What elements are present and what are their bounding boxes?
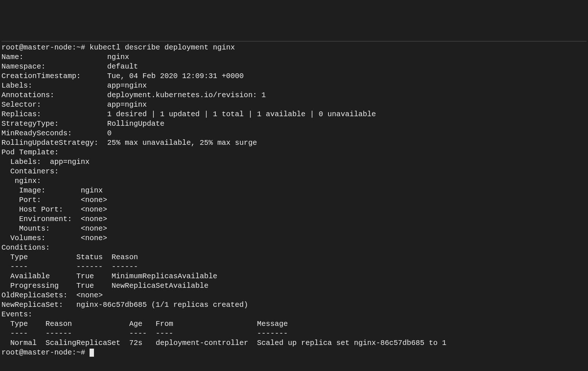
events-dashes: ---- ------ ---- ---- ------- xyxy=(1,329,587,338)
event-row: Normal ScalingReplicaSet 72s deployment-… xyxy=(1,338,587,348)
prompt-text: root@master-node:~# xyxy=(1,348,90,357)
container-mounts: Mounts: <none> xyxy=(1,224,587,234)
field-rolling: RollingUpdateStrategy: 25% max unavailab… xyxy=(1,138,587,148)
pod-template-header: Pod Template: xyxy=(1,148,587,157)
old-replicasets: OldReplicaSets: <none> xyxy=(1,291,587,300)
field-creation: CreationTimestamp: Tue, 04 Feb 2020 12:0… xyxy=(1,71,587,81)
condition-available: Available True MinimumReplicasAvailable xyxy=(1,272,587,281)
field-strategy: StrategyType: RollingUpdate xyxy=(1,119,587,129)
volumes: Volumes: <none> xyxy=(1,234,587,243)
conditions-dashes: ---- ------ ------ xyxy=(1,262,587,272)
container-hostport: Host Port: <none> xyxy=(1,205,587,214)
pod-template-labels: Labels: app=nginx xyxy=(1,157,587,167)
field-replicas: Replicas: 1 desired | 1 updated | 1 tota… xyxy=(1,110,587,119)
events-columns: Type Reason Age From Message xyxy=(1,319,587,329)
cursor xyxy=(90,349,94,357)
field-minready: MinReadySeconds: 0 xyxy=(1,129,587,138)
container-env: Environment: <none> xyxy=(1,214,587,224)
conditions-columns: Type Status Reason xyxy=(1,253,587,262)
field-namespace: Namespace: default xyxy=(1,62,587,71)
condition-progressing: Progressing True NewReplicaSetAvailable xyxy=(1,281,587,291)
terminal-output[interactable]: root@master-node:~# kubectl describe dep… xyxy=(1,41,587,357)
field-labels: Labels: app=nginx xyxy=(1,81,587,91)
events-header: Events: xyxy=(1,310,587,319)
command-line: root@master-node:~# kubectl describe dep… xyxy=(1,43,587,52)
field-name: Name: nginx xyxy=(1,52,587,62)
conditions-header: Conditions: xyxy=(1,243,587,253)
container-port: Port: <none> xyxy=(1,195,587,205)
field-selector: Selector: app=nginx xyxy=(1,100,587,110)
prompt-line[interactable]: root@master-node:~# xyxy=(1,348,587,357)
container-name: nginx: xyxy=(1,176,587,186)
container-image: Image: nginx xyxy=(1,186,587,195)
pod-template-containers: Containers: xyxy=(1,167,587,176)
new-replicaset: NewReplicaSet: nginx-86c57db685 (1/1 rep… xyxy=(1,300,587,310)
field-annotations: Annotations: deployment.kubernetes.io/re… xyxy=(1,91,587,100)
